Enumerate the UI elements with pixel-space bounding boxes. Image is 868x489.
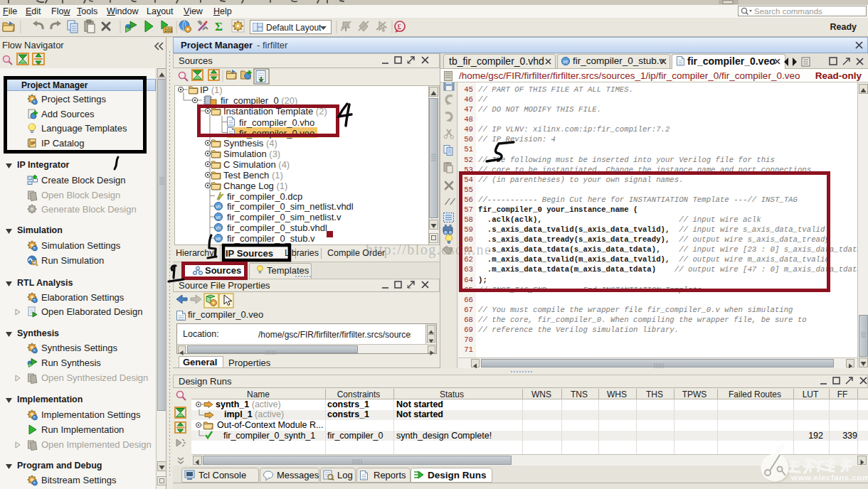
svg-text://: // [445,198,455,208]
svg-text:Σ: Σ [215,20,223,33]
svg-text:101: 101 [164,28,173,33]
svg-text:£: £ [398,22,402,31]
svg-text:ve: ve [563,59,568,64]
